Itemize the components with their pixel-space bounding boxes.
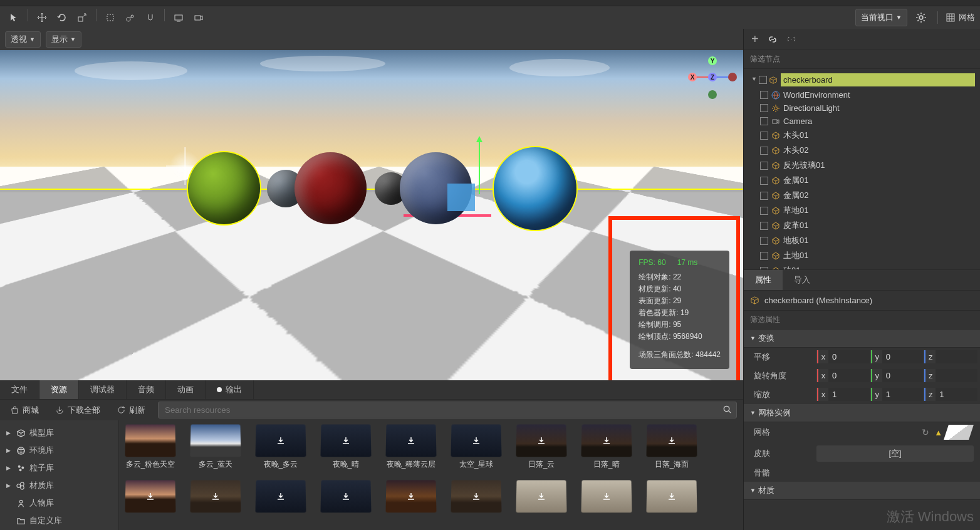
tree-node[interactable]: 反光玻璃01 xyxy=(744,158,980,173)
resource-label: 太空_星球 xyxy=(459,459,494,470)
property-filter[interactable]: 筛选属性 xyxy=(744,311,980,330)
tree-node[interactable]: 木头02 xyxy=(744,143,980,158)
bottom-tab[interactable]: 音频 xyxy=(127,380,166,399)
tree-node[interactable]: 金属02 xyxy=(744,188,980,203)
tree-node[interactable]: 土地01 xyxy=(744,248,980,263)
gizmo-y-arrow[interactable] xyxy=(479,138,480,194)
rotate-tool[interactable] xyxy=(53,9,71,26)
tree-node[interactable]: 皮革01 xyxy=(744,218,980,233)
tree-node[interactable]: 草地01 xyxy=(744,203,980,218)
section-material[interactable]: ▼材质 xyxy=(744,482,980,500)
bottom-tab[interactable]: 输出 xyxy=(206,380,254,399)
script-icon[interactable] xyxy=(786,34,796,44)
snap-tool[interactable] xyxy=(142,9,159,26)
tree-node[interactable]: 砖01 xyxy=(744,263,980,269)
resource-item[interactable] xyxy=(254,480,307,512)
reset-icon[interactable]: ↻ xyxy=(922,427,929,437)
tree-node[interactable]: WorldEnvironment xyxy=(744,88,980,101)
resource-item[interactable]: 多云_粉色天空 xyxy=(124,424,177,470)
prop-translate: 平移 x0 y0 z xyxy=(744,348,980,366)
download-icon xyxy=(276,435,286,445)
tree-node[interactable]: 地板01 xyxy=(744,233,980,248)
cursor-tool[interactable] xyxy=(5,9,23,26)
section-transform[interactable]: ▼变换 xyxy=(744,330,980,348)
resource-label: 夜晚_晴 xyxy=(333,459,360,470)
resource-item[interactable] xyxy=(320,480,372,512)
display-dropdown[interactable]: 显示▼ xyxy=(46,31,81,48)
tree-node[interactable]: DirectionalLight xyxy=(744,101,980,115)
inspector-header: checkerboard (MeshInstance) xyxy=(744,291,980,311)
prop-skeleton[interactable]: 骨骼 xyxy=(744,465,980,482)
sphere-object xyxy=(188,152,260,224)
resource-item[interactable] xyxy=(645,480,698,512)
mesh-preview[interactable] xyxy=(944,425,974,440)
view-tool[interactable] xyxy=(170,9,187,26)
right-panel: + 筛选节点 ▼ checkerboard WorldEnvironmentDi… xyxy=(743,29,980,530)
resource-item[interactable]: 日落_晴 xyxy=(580,424,633,470)
svg-point-19 xyxy=(774,107,778,110)
download-all-button[interactable]: 下载全部 xyxy=(51,402,104,418)
resource-item[interactable] xyxy=(189,480,242,512)
grid-toggle[interactable]: 网格 xyxy=(946,12,975,23)
axis-orientation-gizmo[interactable]: Y X Z xyxy=(691,59,734,103)
library-item[interactable]: ▶环境库 xyxy=(0,442,118,459)
library-item[interactable]: 自定义库 xyxy=(0,512,118,529)
bottom-tab[interactable]: 文件 xyxy=(0,380,39,399)
bottom-tab[interactable]: 动画 xyxy=(166,380,206,399)
resource-item[interactable] xyxy=(450,480,503,512)
resource-item[interactable] xyxy=(385,480,437,512)
viewport-dropdown[interactable]: 当前视口▼ xyxy=(855,9,907,26)
tree-root[interactable]: ▼ checkerboard xyxy=(744,71,980,88)
tree-node[interactable]: 金属01 xyxy=(744,173,980,188)
prop-skin[interactable]: 皮肤 [空] xyxy=(744,443,980,465)
refresh-button[interactable]: 刷新 xyxy=(113,402,149,418)
resource-item[interactable]: 多云_蓝天 xyxy=(189,424,242,470)
bottom-tab[interactable]: 资源 xyxy=(39,380,79,399)
scale-tool[interactable] xyxy=(73,9,91,26)
viewport-3d[interactable]: Y X Z FPS: 6017 ms 绘制对象: 22材质更新: 40表面更新:… xyxy=(0,50,743,380)
resource-item[interactable]: 夜晚_多云 xyxy=(254,424,307,470)
section-mesh-instance[interactable]: ▼网格实例 xyxy=(744,404,980,422)
node-filter[interactable]: 筛选节点 xyxy=(744,50,980,69)
svg-point-17 xyxy=(19,500,23,503)
settings-icon[interactable] xyxy=(912,9,930,26)
move-tool[interactable] xyxy=(33,9,51,26)
select-tool[interactable] xyxy=(102,9,119,26)
bottom-tab[interactable]: 调试器 xyxy=(79,380,127,399)
resource-item[interactable]: 夜晚_晴 xyxy=(320,424,372,470)
group-tool[interactable] xyxy=(122,9,139,26)
resource-item[interactable]: 夜晚_稀薄云层 xyxy=(385,424,437,470)
camera-tool[interactable] xyxy=(190,9,207,26)
prop-mesh[interactable]: 网格 ↻ ▲ xyxy=(744,422,980,443)
resource-item[interactable]: 日落_海面 xyxy=(645,424,698,470)
tree-node[interactable]: Camera xyxy=(744,115,980,128)
library-item[interactable]: 人物库 xyxy=(0,494,118,512)
mall-button[interactable]: 商城 xyxy=(6,402,43,418)
svg-point-11 xyxy=(18,465,20,467)
library-item[interactable]: ▶模型库 xyxy=(0,424,118,442)
resource-item[interactable]: 太空_星球 xyxy=(450,424,503,470)
resource-search-input[interactable] xyxy=(158,402,737,418)
resource-item[interactable]: 日落_云 xyxy=(515,424,568,470)
inspector-tab[interactable]: 导入 xyxy=(783,270,821,290)
svg-point-13 xyxy=(19,469,21,470)
sphere-object xyxy=(494,147,576,230)
perspective-dropdown[interactable]: 透视▼ xyxy=(5,31,41,48)
resource-item[interactable] xyxy=(580,480,633,512)
resource-label: 夜晚_多云 xyxy=(264,459,298,470)
library-item[interactable]: ▶材质库 xyxy=(0,477,118,494)
download-icon xyxy=(211,491,221,501)
svg-point-6 xyxy=(919,16,923,19)
search-icon[interactable] xyxy=(722,405,732,414)
download-icon xyxy=(406,491,416,501)
tree-node[interactable]: 木头01 xyxy=(744,128,980,143)
resource-item[interactable] xyxy=(124,480,177,512)
download-icon xyxy=(341,491,351,501)
download-icon xyxy=(667,491,677,501)
add-node-icon[interactable]: + xyxy=(751,32,759,46)
inspector-tab[interactable]: 属性 xyxy=(744,270,783,290)
resource-item[interactable] xyxy=(515,480,568,512)
library-item[interactable]: ▶粒子库 xyxy=(0,459,118,477)
link-icon[interactable] xyxy=(768,34,778,44)
gizmo-cube[interactable] xyxy=(447,184,475,211)
